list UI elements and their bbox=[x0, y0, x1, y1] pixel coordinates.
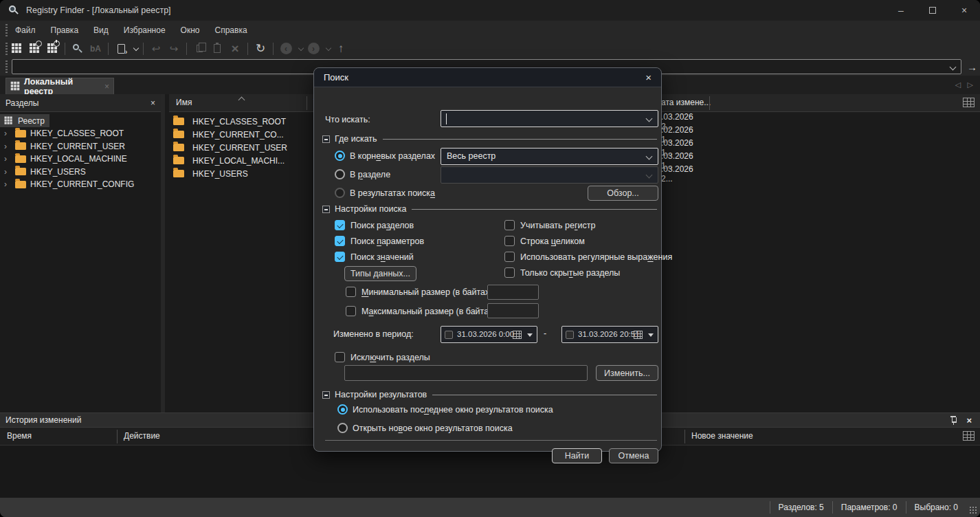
tree-item-hkcr[interactable]: › HKEY_CLASSES_ROOT bbox=[0, 127, 161, 140]
addressbar-grip[interactable] bbox=[5, 60, 8, 73]
delete-button[interactable]: × bbox=[226, 41, 244, 57]
column-time[interactable]: Время bbox=[7, 431, 32, 441]
undo-button[interactable]: ↩ bbox=[147, 41, 165, 57]
expander-icon[interactable]: › bbox=[4, 154, 15, 164]
chevron-down-icon[interactable] bbox=[950, 64, 957, 71]
expander-icon[interactable]: › bbox=[4, 167, 15, 177]
checkbox-hidden-keys[interactable] bbox=[504, 267, 515, 278]
tab-scroll-left[interactable]: ◁ bbox=[955, 80, 961, 89]
checkbox-regex-label[interactable]: Использовать регулярные выражения bbox=[520, 252, 672, 262]
list-row[interactable]: HKEY_CLASSES_ROOT Раздел .03.2026 2... bbox=[169, 115, 286, 128]
calendar-icon[interactable] bbox=[634, 331, 643, 339]
checkbox-whole-string-label[interactable]: Строка целиком bbox=[520, 236, 585, 246]
checkbox-max-size[interactable] bbox=[346, 306, 356, 316]
go-button[interactable]: → bbox=[967, 61, 977, 73]
checkbox-min-size-label[interactable]: Минимальный размер (в байтах): bbox=[361, 287, 495, 297]
menu-file[interactable]: Файл bbox=[8, 23, 43, 38]
radio-new-window-label[interactable]: Открыть новое окно результатов поиска bbox=[353, 424, 513, 433]
calendar-icon[interactable] bbox=[513, 331, 522, 339]
redo-button[interactable]: ↪ bbox=[165, 41, 183, 57]
checkbox-max-size-label[interactable]: Максимальный размер (в байтах): bbox=[361, 307, 498, 316]
tree-item-hkcu[interactable]: › HKEY_CURRENT_USER bbox=[0, 140, 161, 153]
checkbox-search-keys-label[interactable]: Поиск разделов bbox=[350, 221, 414, 230]
column-date-modified[interactable]: ата измене... bbox=[661, 98, 711, 107]
date-checkbox[interactable] bbox=[566, 331, 574, 339]
dropdown-arrow-icon[interactable] bbox=[648, 333, 654, 337]
chevron-down-icon[interactable] bbox=[646, 116, 653, 122]
tree-root-registry[interactable]: Реестр bbox=[0, 114, 49, 127]
browse-button[interactable]: Обзор... bbox=[588, 186, 658, 201]
exclude-keys-field[interactable] bbox=[344, 365, 588, 381]
close-button[interactable]: × bbox=[948, 0, 980, 21]
expander-icon[interactable]: › bbox=[4, 179, 15, 189]
tab-local-registry[interactable]: Локальный реестр × bbox=[5, 78, 114, 94]
cancel-button[interactable]: Отмена bbox=[609, 448, 658, 463]
radio-in-results[interactable] bbox=[335, 188, 345, 198]
radio-in-key[interactable] bbox=[335, 169, 345, 179]
edit-button[interactable]: Изменить... bbox=[596, 365, 658, 381]
menu-favorites[interactable]: Избранное bbox=[116, 23, 173, 38]
chevron-down-icon[interactable] bbox=[646, 153, 653, 160]
dropdown-arrow-icon[interactable] bbox=[527, 333, 533, 337]
checkbox-search-data[interactable] bbox=[335, 252, 345, 262]
maximize-button[interactable] bbox=[917, 0, 948, 21]
forward-button[interactable]: › bbox=[304, 41, 322, 57]
up-button[interactable]: ↑ bbox=[332, 41, 350, 57]
radio-reuse-window-label[interactable]: Использовать последнее окно результатов … bbox=[353, 405, 553, 415]
column-chooser-icon[interactable] bbox=[963, 431, 975, 441]
list-row[interactable]: HKEY_USERS Раздел .03.2026 2... bbox=[169, 167, 248, 180]
export-dropdown[interactable] bbox=[130, 41, 140, 57]
tree-item-hklm[interactable]: › HKEY_LOCAL_MACHINE bbox=[0, 153, 161, 166]
checkbox-exclude-keys-label[interactable]: Исключить разделы bbox=[350, 353, 430, 362]
local-registry-button[interactable] bbox=[8, 41, 25, 57]
radio-root-keys[interactable] bbox=[335, 151, 345, 161]
max-size-field[interactable] bbox=[487, 303, 539, 318]
min-size-field[interactable] bbox=[487, 285, 539, 300]
checkbox-search-keys[interactable] bbox=[335, 220, 345, 230]
list-row[interactable]: HKEY_CURRENT_CO... Раздел .02.2026 1... bbox=[169, 128, 284, 141]
resize-grip[interactable] bbox=[969, 506, 977, 514]
copy-button[interactable] bbox=[190, 41, 208, 57]
root-keys-combo[interactable]: Весь реестр bbox=[441, 148, 658, 165]
menu-help[interactable]: Справка bbox=[208, 23, 255, 38]
checkbox-match-case-label[interactable]: Учитывать регистр bbox=[520, 221, 595, 230]
menu-view[interactable]: Вид bbox=[86, 23, 116, 38]
radio-new-window[interactable] bbox=[337, 423, 348, 433]
checkbox-hidden-keys-label[interactable]: Только скрытые разделы bbox=[520, 268, 620, 278]
pin-icon[interactable] bbox=[950, 416, 957, 425]
minimize-button[interactable]: – bbox=[885, 0, 917, 21]
date-from-picker[interactable]: 31.03.2026 0:00 bbox=[441, 326, 537, 343]
dialog-close-icon[interactable]: × bbox=[645, 72, 652, 83]
checkbox-regex[interactable] bbox=[504, 252, 515, 262]
remote-registry-button[interactable] bbox=[25, 41, 43, 57]
radio-in-results-label[interactable]: В результатах поиска bbox=[350, 188, 435, 198]
sections-pane-close-icon[interactable]: × bbox=[151, 98, 155, 108]
date-checkbox[interactable] bbox=[445, 331, 453, 339]
expander-icon[interactable]: › bbox=[4, 129, 15, 138]
tab-close-icon[interactable]: × bbox=[104, 82, 109, 91]
list-row[interactable]: HKEY_CURRENT_USER Раздел .03.2026 1... bbox=[169, 141, 287, 154]
checkbox-match-case[interactable] bbox=[504, 220, 515, 230]
checkbox-exclude-keys[interactable] bbox=[335, 352, 345, 362]
tab-scroll-right[interactable]: ▷ bbox=[968, 80, 973, 89]
back-dropdown[interactable] bbox=[295, 41, 304, 57]
history-close-icon[interactable]: × bbox=[966, 415, 972, 426]
forward-dropdown[interactable] bbox=[322, 41, 332, 57]
in-key-combo[interactable] bbox=[441, 166, 658, 184]
data-types-button[interactable]: Типы данных... bbox=[344, 266, 416, 281]
column-chooser-icon[interactable] bbox=[963, 98, 975, 107]
radio-root-keys-label[interactable]: В корневых разделах bbox=[350, 151, 435, 161]
menu-edit[interactable]: Правка bbox=[43, 23, 87, 38]
replace-button[interactable]: bA bbox=[87, 41, 104, 57]
date-to-picker[interactable]: 31.03.2026 20:51 bbox=[561, 326, 658, 343]
collapse-icon[interactable] bbox=[322, 135, 330, 143]
search-term-combo[interactable] bbox=[441, 110, 658, 127]
export-button[interactable] bbox=[112, 41, 130, 57]
checkbox-search-data-label[interactable]: Поиск значений bbox=[350, 252, 414, 262]
checkbox-whole-string[interactable] bbox=[504, 236, 515, 246]
checkbox-search-values[interactable] bbox=[335, 236, 345, 246]
radio-reuse-window[interactable] bbox=[337, 404, 348, 415]
tree-item-hkcc[interactable]: › HKEY_CURRENT_CONFIG bbox=[0, 178, 161, 191]
column-name[interactable]: Имя bbox=[176, 98, 192, 107]
tree-item-hku[interactable]: › HKEY_USERS bbox=[0, 166, 161, 179]
